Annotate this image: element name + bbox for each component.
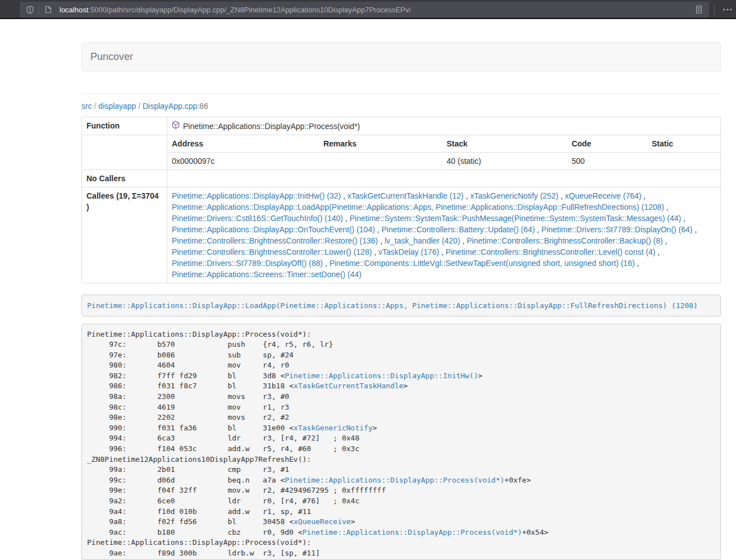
brand-link[interactable]: Puncover [82,43,141,71]
callee-link[interactable]: Pinetime::Applications::DisplayApp::OnTo… [172,225,375,234]
asm-line: 97c: b570 push {r4, r5, r6, lr} [87,339,715,350]
breadcrumb-separator: / [94,102,97,111]
asm-line: 980: 4604 mov r4, r0 [87,360,715,371]
metrics-value-row: 0x0000097c 40 (static) 500 [167,153,720,170]
asm-line: 98c: 4619 mov r1, r3 [87,402,715,413]
asm-line: 9a8: f02f fd56 bl 30458 <xQueueReceive> [87,517,715,527]
snippet-link[interactable]: Pinetime::Applications::DisplayApp::Load… [87,301,698,310]
callee-link[interactable]: Pinetime::System::SystemTask::PushMessag… [350,214,682,223]
asm-line: 982: f7ff fd29 bl 3d8 <Pinetime::Applica… [87,371,715,382]
asm-line: 9a2: 6ce0 ldr r0, [r4, #76] ; 0x4c [87,496,715,507]
callee-link[interactable]: Pinetime::Controllers::BrightnessControl… [446,247,655,256]
function-label: Function [82,117,167,135]
asm-line: 986: f031 f8c7 bl 31b18 <xTaskGetCurrent… [87,381,715,392]
symbol-link[interactable]: xQueueReceive [294,517,351,526]
url-host: localhost [60,6,88,14]
no-callers-label: No Callers [82,170,167,187]
asm-line: Pinetime::Applications::DisplayApp::Proc… [87,329,715,340]
url-bar[interactable]: localhost:5000/path/src/displayapp/Displ… [20,2,709,17]
symbol-link[interactable]: Pinetime::Applications::DisplayApp::Proc… [303,528,522,536]
symbol-link[interactable]: Pinetime::Applications::DisplayApp::Init… [285,371,478,380]
asm-line: Pinetime::Applications::DisplayApp::Proc… [87,538,715,548]
breadcrumb-link-src[interactable]: src [81,102,92,111]
symbol-link[interactable]: xTaskGetCurrentTaskHandle [294,382,404,390]
callee-link[interactable]: Pinetime::Applications::DisplayApp::Init… [172,191,341,200]
more-options-icon[interactable] [720,0,735,19]
remarks-value [319,153,442,170]
stack-value: 40 (static) [442,153,568,170]
callee-link[interactable]: lv_task_handler (420) [385,236,460,245]
callee-link[interactable]: Pinetime::Controllers::BrightnessControl… [172,236,378,245]
callee-link[interactable]: Pinetime::Drivers::St7789::DisplayOff() … [172,259,323,268]
function-row: Function Pinetime::Applications::Display… [82,117,721,135]
asm-line: 99a: 2b01 cmp r3, #1 [87,465,715,475]
disassembly-box: Pinetime::Applications::DisplayApp::Proc… [81,324,721,560]
asm-line: 994: 6ca3 ldr r3, [r4, #72] ; 0x48 [87,433,715,444]
callee-link[interactable]: Pinetime::Drivers::Cst816S::GetTouchInfo… [172,214,343,223]
shield-icon[interactable] [23,3,36,16]
asm-line: 9ae: f89d 300b ldrb.w r3, [sp, #11] [87,548,715,559]
urlbar-divider [39,5,39,14]
static-value [647,153,720,170]
column-header-static: Static [647,135,720,153]
url-path: :5000/path/src/displayapp/DisplayApp.cpp… [88,6,411,14]
callee-link[interactable]: Pinetime::Controllers::BrightnessControl… [172,247,372,256]
url-text: localhost:5000/path/src/displayapp/Displ… [60,6,692,14]
metrics-header-row: Address Remarks Stack Code Static [167,135,720,153]
asm-line: 996: f104 053c add.w r5, r4, #60 ; 0x3c [87,444,715,455]
callees-label: Callees (19, Σ=3704 ) [82,187,167,283]
asm-line: 98e: 2202 movs r2, #2 [87,412,715,423]
toolbar-divider [714,4,715,15]
breadcrumb-line-number: :86 [197,102,208,111]
column-header-code: Code [567,135,647,153]
asm-line: 97e: b086 sub sp, #24 [87,350,715,361]
navbar: Puncover [81,43,721,71]
symbol-link[interactable]: Pinetime::Applications::DisplayApp::Proc… [285,476,504,484]
callee-link[interactable]: xQueueReceive (764) [565,191,641,200]
reader-view-icon[interactable] [692,3,706,16]
asm-line: 98a: 2300 movs r3, #0 [87,392,715,402]
address-value: 0x0000097c [167,153,319,170]
page-container: Puncover src / displayapp / DisplayApp.c… [81,43,721,560]
callee-link[interactable]: Pinetime::Applications::Screens::Timer::… [172,270,362,279]
metrics-row: Address Remarks Stack Code Static 0x0000… [82,135,721,170]
function-table: Function Pinetime::Applications::Display… [81,117,721,283]
callee-link[interactable]: Pinetime::Drivers::St7789::DisplayOn() (… [541,225,692,234]
breadcrumb-separator: / [138,102,140,111]
asm-line: 9ac: b180 cbz r0, 9d0 <Pinetime::Applica… [87,527,715,538]
callee-link[interactable]: Pinetime::Controllers::Battery::Update()… [382,225,535,234]
browser-toolbar: localhost:5000/path/src/displayapp/Displ… [0,0,736,19]
breadcrumb-link-displayapp[interactable]: displayapp [98,102,136,111]
function-cube-icon [172,121,180,132]
asm-line: 99c: d06d beq.n a7a <Pinetime::Applicati… [87,475,715,486]
no-callers-row: No Callers [82,170,721,187]
callee-link[interactable]: Pinetime::Applications::DisplayApp::Load… [172,203,664,212]
divider [81,94,721,94]
column-header-stack: Stack [442,135,568,153]
metrics-table: Address Remarks Stack Code Static 0x0000… [167,135,720,169]
callees-row: Callees (19, Σ=3704 ) Pinetime::Applicat… [82,187,721,283]
asm-line: 9a4: f10d 010b add.w r1, sp, #11 [87,507,715,517]
column-header-address: Address [167,135,319,153]
asm-line: 990: f031 fa36 bl 31e00 <xTaskGenericNot… [87,423,715,434]
callee-link[interactable]: Pinetime::Components::LittleVgl::SetNewT… [330,259,635,268]
callee-link[interactable]: Pinetime::Controllers::BrightnessControl… [467,236,662,245]
function-name: Pinetime::Applications::DisplayApp::Proc… [183,121,360,132]
asm-line: 99e: f04f 32ff mov.w r2, #4294967295 ; 0… [87,485,715,496]
page-identity-icon[interactable] [42,3,55,16]
breadcrumb-link-file[interactable]: DisplayApp.cpp [143,102,197,111]
callee-link[interactable]: xTaskGenericNotify (252) [470,191,558,200]
symbol-link[interactable]: xTaskGenericNotify [294,424,373,432]
snippet-box: Pinetime::Applications::DisplayApp::Load… [81,295,721,316]
breadcrumb: src / displayapp / DisplayApp.cpp:86 [81,100,721,112]
callees-list: Pinetime::Applications::DisplayApp::Init… [167,187,721,283]
callee-link[interactable]: vTaskDelay (176) [378,247,439,256]
column-header-remarks: Remarks [319,135,442,153]
callee-link[interactable]: xTaskGetCurrentTaskHandle (12) [348,191,464,200]
code-value: 500 [567,153,647,170]
asm-line: _ZN8Pinetime12Applications10DisplayApp7R… [87,455,715,465]
